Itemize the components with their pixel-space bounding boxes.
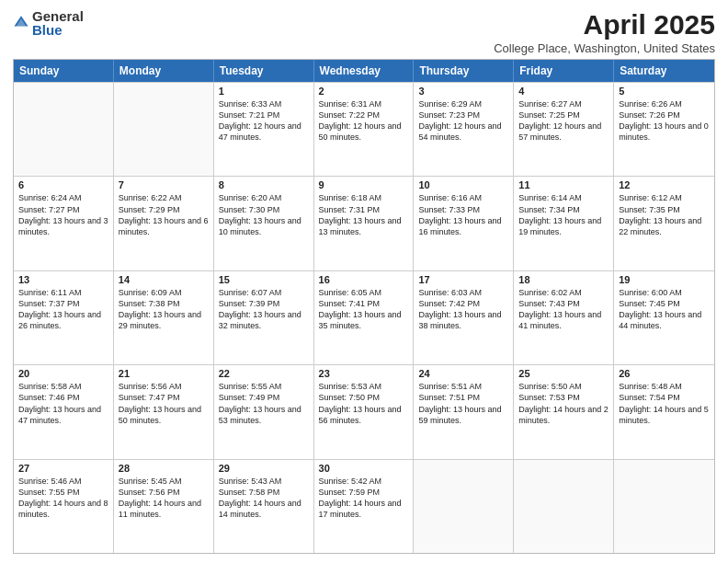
- calendar-header-cell: Thursday: [414, 60, 514, 82]
- cell-info-text: Sunrise: 6:33 AM Sunset: 7:21 PM Dayligh…: [219, 98, 309, 144]
- calendar-cell: 16Sunrise: 6:05 AM Sunset: 7:41 PM Dayli…: [314, 271, 415, 364]
- cell-info-text: Sunrise: 5:51 AM Sunset: 7:51 PM Dayligh…: [418, 381, 508, 426]
- logo-blue-text: Blue: [32, 23, 84, 37]
- cell-info-text: Sunrise: 6:26 AM Sunset: 7:26 PM Dayligh…: [619, 98, 710, 144]
- cell-info-text: Sunrise: 5:50 AM Sunset: 7:53 PM Dayligh…: [518, 381, 609, 426]
- cell-day-number: 19: [619, 274, 710, 285]
- cell-info-text: Sunrise: 6:00 AM Sunset: 7:45 PM Dayligh…: [619, 287, 710, 332]
- calendar-cell: 9Sunrise: 6:18 AM Sunset: 7:31 PM Daylig…: [314, 177, 415, 270]
- cell-day-number: 27: [18, 463, 108, 474]
- cell-day-number: 16: [319, 274, 409, 285]
- cell-day-number: 28: [119, 463, 209, 474]
- calendar-cell: 2Sunrise: 6:31 AM Sunset: 7:22 PM Daylig…: [314, 83, 415, 176]
- calendar-header-cell: Friday: [514, 60, 614, 82]
- logo-general-text: General: [32, 9, 84, 23]
- cell-info-text: Sunrise: 5:46 AM Sunset: 7:55 PM Dayligh…: [18, 476, 108, 521]
- cell-day-number: 10: [418, 179, 508, 190]
- calendar: SundayMondayTuesdayWednesdayThursdayFrid…: [13, 59, 715, 554]
- calendar-cell: [14, 83, 114, 176]
- cell-day-number: 3: [418, 86, 508, 97]
- calendar-cell: 10Sunrise: 6:16 AM Sunset: 7:33 PM Dayli…: [414, 177, 514, 270]
- cell-day-number: 7: [119, 179, 209, 190]
- cell-day-number: 23: [319, 368, 409, 379]
- calendar-header-cell: Monday: [114, 60, 214, 82]
- cell-info-text: Sunrise: 5:56 AM Sunset: 7:47 PM Dayligh…: [119, 381, 209, 426]
- cell-info-text: Sunrise: 6:31 AM Sunset: 7:22 PM Dayligh…: [319, 98, 409, 144]
- cell-info-text: Sunrise: 6:24 AM Sunset: 7:27 PM Dayligh…: [18, 192, 108, 237]
- calendar-header-cell: Saturday: [614, 60, 714, 82]
- calendar-row: 13Sunrise: 6:11 AM Sunset: 7:37 PM Dayli…: [14, 270, 714, 364]
- cell-day-number: 11: [518, 179, 609, 190]
- cell-day-number: 17: [418, 274, 508, 285]
- calendar-row: 6Sunrise: 6:24 AM Sunset: 7:27 PM Daylig…: [14, 176, 714, 270]
- calendar-cell: 3Sunrise: 6:29 AM Sunset: 7:23 PM Daylig…: [414, 83, 514, 176]
- calendar-body: 1Sunrise: 6:33 AM Sunset: 7:21 PM Daylig…: [14, 82, 714, 553]
- cell-day-number: 6: [18, 179, 108, 190]
- cell-day-number: 18: [518, 274, 609, 285]
- cell-info-text: Sunrise: 6:05 AM Sunset: 7:41 PM Dayligh…: [319, 287, 409, 332]
- calendar-cell: [614, 460, 714, 553]
- calendar-cell: 30Sunrise: 5:42 AM Sunset: 7:59 PM Dayli…: [314, 460, 415, 553]
- calendar-cell: 14Sunrise: 6:09 AM Sunset: 7:38 PM Dayli…: [114, 271, 214, 364]
- cell-day-number: 15: [219, 274, 309, 285]
- calendar-cell: 12Sunrise: 6:12 AM Sunset: 7:35 PM Dayli…: [614, 177, 714, 270]
- cell-info-text: Sunrise: 6:12 AM Sunset: 7:35 PM Dayligh…: [619, 192, 710, 237]
- cell-info-text: Sunrise: 5:42 AM Sunset: 7:59 PM Dayligh…: [319, 476, 409, 521]
- cell-info-text: Sunrise: 6:20 AM Sunset: 7:30 PM Dayligh…: [219, 192, 309, 237]
- calendar-cell: 7Sunrise: 6:22 AM Sunset: 7:29 PM Daylig…: [114, 177, 214, 270]
- cell-day-number: 22: [219, 368, 309, 379]
- cell-info-text: Sunrise: 6:22 AM Sunset: 7:29 PM Dayligh…: [119, 192, 209, 237]
- cell-day-number: 26: [619, 368, 710, 379]
- calendar-row: 1Sunrise: 6:33 AM Sunset: 7:21 PM Daylig…: [14, 82, 714, 176]
- page: General Blue April 2025 College Place, W…: [0, 0, 728, 563]
- calendar-cell: 6Sunrise: 6:24 AM Sunset: 7:27 PM Daylig…: [14, 177, 114, 270]
- calendar-title: April 2025: [494, 9, 715, 40]
- calendar-header-row: SundayMondayTuesdayWednesdayThursdayFrid…: [14, 60, 714, 82]
- calendar-cell: 26Sunrise: 5:48 AM Sunset: 7:54 PM Dayli…: [614, 365, 714, 458]
- cell-info-text: Sunrise: 5:58 AM Sunset: 7:46 PM Dayligh…: [18, 381, 108, 426]
- cell-day-number: 30: [319, 463, 409, 474]
- cell-day-number: 21: [119, 368, 209, 379]
- calendar-cell: 1Sunrise: 6:33 AM Sunset: 7:21 PM Daylig…: [214, 83, 314, 176]
- cell-day-number: 5: [619, 86, 710, 97]
- calendar-cell: 21Sunrise: 5:56 AM Sunset: 7:47 PM Dayli…: [114, 365, 214, 458]
- calendar-cell: 17Sunrise: 6:03 AM Sunset: 7:42 PM Dayli…: [414, 271, 514, 364]
- calendar-cell: 28Sunrise: 5:45 AM Sunset: 7:56 PM Dayli…: [114, 460, 214, 553]
- cell-info-text: Sunrise: 5:45 AM Sunset: 7:56 PM Dayligh…: [119, 476, 209, 521]
- logo-text: General Blue: [32, 9, 84, 37]
- calendar-cell: 29Sunrise: 5:43 AM Sunset: 7:58 PM Dayli…: [214, 460, 314, 553]
- calendar-row: 27Sunrise: 5:46 AM Sunset: 7:55 PM Dayli…: [14, 459, 714, 553]
- calendar-cell: 8Sunrise: 6:20 AM Sunset: 7:30 PM Daylig…: [214, 177, 314, 270]
- cell-info-text: Sunrise: 6:02 AM Sunset: 7:43 PM Dayligh…: [518, 287, 609, 332]
- logo: General Blue: [13, 9, 84, 37]
- cell-day-number: 8: [219, 179, 309, 190]
- calendar-subtitle: College Place, Washington, United States: [494, 41, 715, 55]
- calendar-cell: 5Sunrise: 6:26 AM Sunset: 7:26 PM Daylig…: [614, 83, 714, 176]
- cell-day-number: 1: [219, 86, 309, 97]
- cell-day-number: 20: [18, 368, 108, 379]
- cell-day-number: 24: [418, 368, 508, 379]
- calendar-row: 20Sunrise: 5:58 AM Sunset: 7:46 PM Dayli…: [14, 364, 714, 458]
- calendar-cell: 23Sunrise: 5:53 AM Sunset: 7:50 PM Dayli…: [314, 365, 415, 458]
- cell-day-number: 29: [219, 463, 309, 474]
- cell-day-number: 2: [319, 86, 409, 97]
- cell-info-text: Sunrise: 6:18 AM Sunset: 7:31 PM Dayligh…: [319, 192, 409, 237]
- cell-info-text: Sunrise: 6:03 AM Sunset: 7:42 PM Dayligh…: [418, 287, 508, 332]
- calendar-header-cell: Wednesday: [314, 60, 415, 82]
- cell-day-number: 14: [119, 274, 209, 285]
- calendar-cell: [514, 460, 614, 553]
- cell-day-number: 13: [18, 274, 108, 285]
- calendar-cell: 20Sunrise: 5:58 AM Sunset: 7:46 PM Dayli…: [14, 365, 114, 458]
- logo-icon: [13, 14, 29, 30]
- calendar-header-cell: Tuesday: [214, 60, 314, 82]
- calendar-cell: 22Sunrise: 5:55 AM Sunset: 7:49 PM Dayli…: [214, 365, 314, 458]
- cell-info-text: Sunrise: 6:09 AM Sunset: 7:38 PM Dayligh…: [119, 287, 209, 332]
- calendar-cell: 25Sunrise: 5:50 AM Sunset: 7:53 PM Dayli…: [514, 365, 614, 458]
- cell-info-text: Sunrise: 6:14 AM Sunset: 7:34 PM Dayligh…: [518, 192, 609, 237]
- cell-day-number: 25: [518, 368, 609, 379]
- calendar-header-cell: Sunday: [14, 60, 114, 82]
- cell-day-number: 12: [619, 179, 710, 190]
- calendar-cell: 19Sunrise: 6:00 AM Sunset: 7:45 PM Dayli…: [614, 271, 714, 364]
- calendar-cell: [114, 83, 214, 176]
- cell-info-text: Sunrise: 6:27 AM Sunset: 7:25 PM Dayligh…: [518, 98, 609, 144]
